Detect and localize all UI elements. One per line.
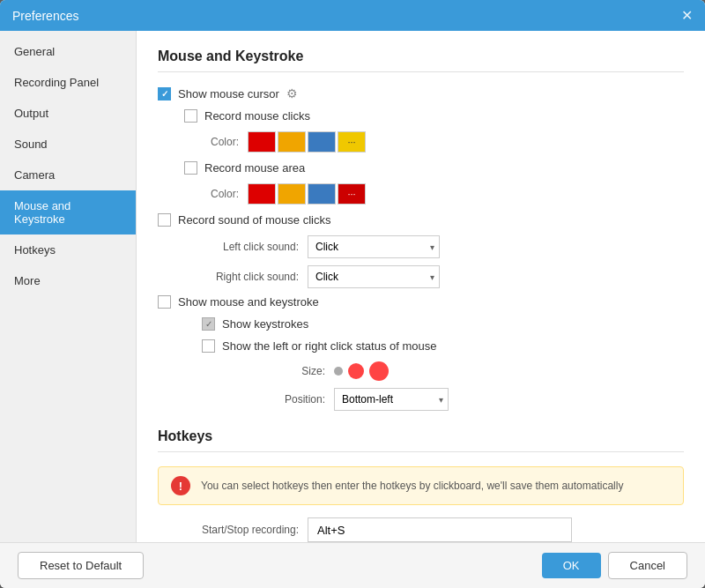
right-click-sound-label: Right click sound:: [184, 271, 299, 283]
left-click-sound-select[interactable]: Click: [308, 235, 440, 258]
sidebar-item-camera[interactable]: Camera: [0, 160, 136, 190]
color-row-2: Color: ···: [184, 183, 684, 205]
start-stop-label: Start/Stop recording:: [158, 524, 299, 536]
position-select[interactable]: Bottom-left: [334, 388, 449, 411]
record-mouse-area-label: Record mouse area: [204, 161, 305, 175]
record-sound-row: Record sound of mouse clicks: [158, 213, 684, 227]
position-row: Position: Bottom-left ▾: [211, 388, 684, 411]
record-sound-label: Record sound of mouse clicks: [178, 213, 330, 227]
info-text: You can select hotkeys then enter the ho…: [201, 480, 623, 492]
dialog-title: Preferences: [12, 9, 78, 23]
show-mouse-keystroke-checkbox[interactable]: [158, 295, 171, 309]
color-label-2: Color:: [211, 188, 239, 200]
show-left-right-click-label: Show the left or right click status of m…: [222, 339, 437, 353]
dialog-body: General Recording Panel Output Sound Cam…: [0, 31, 705, 542]
show-mouse-keystroke-label: Show mouse and keystroke: [178, 295, 319, 309]
show-mouse-keystroke-row: Show mouse and keystroke: [158, 295, 684, 309]
start-stop-input[interactable]: [308, 517, 572, 542]
record-sound-checkbox[interactable]: [158, 213, 171, 227]
right-click-sound-select[interactable]: Click: [308, 265, 440, 288]
color-row-1: Color: ···: [184, 131, 684, 153]
color-swatch-red-1[interactable]: [248, 131, 276, 153]
show-left-right-click-row: Show the left or right click status of m…: [202, 339, 684, 353]
show-keystrokes-row: Show keystrokes: [202, 317, 684, 331]
sidebar-item-sound[interactable]: Sound: [0, 129, 136, 160]
size-small-button[interactable]: [334, 367, 343, 376]
show-left-right-click-checkbox[interactable]: [202, 339, 215, 353]
ok-button[interactable]: OK: [542, 553, 601, 578]
color-more-button-2[interactable]: ···: [338, 183, 366, 205]
position-label: Position:: [211, 393, 325, 406]
preferences-dialog: Preferences ✕ General Recording Panel Ou…: [0, 0, 705, 588]
left-click-sound-label: Left click sound:: [184, 241, 299, 253]
dialog-footer: Reset to Default OK Cancel: [0, 542, 705, 588]
cancel-button[interactable]: Cancel: [608, 552, 687, 579]
show-keystrokes-checkbox[interactable]: [202, 317, 215, 331]
mouse-keystroke-title: Mouse and Keystroke: [158, 48, 684, 72]
hotkeys-title: Hotkeys: [158, 428, 684, 452]
size-large-button[interactable]: [369, 361, 389, 381]
sidebar-item-mouse-keystroke[interactable]: Mouse and Keystroke: [0, 190, 136, 234]
color-swatch-orange-1[interactable]: [278, 131, 306, 153]
start-stop-row: Start/Stop recording:: [158, 517, 684, 542]
left-click-sound-row: Left click sound: Click ▾: [184, 235, 684, 258]
right-click-sound-row: Right click sound: Click ▾: [184, 265, 684, 288]
gear-icon[interactable]: ⚙: [286, 86, 298, 100]
color-label-1: Color:: [211, 136, 239, 148]
info-box: ! You can select hotkeys then enter the …: [158, 466, 684, 505]
show-keystrokes-label: Show keystrokes: [222, 317, 308, 331]
color-swatch-orange-2[interactable]: [278, 183, 306, 205]
size-label: Size:: [211, 365, 325, 377]
show-mouse-cursor-checkbox[interactable]: [158, 87, 171, 100]
sidebar-item-output[interactable]: Output: [0, 98, 136, 129]
close-icon[interactable]: ✕: [681, 7, 693, 24]
size-medium-button[interactable]: [348, 363, 364, 379]
position-wrapper: Bottom-left ▾: [334, 388, 449, 411]
show-mouse-cursor-row: Show mouse cursor ⚙: [158, 86, 684, 100]
footer-right: OK Cancel: [542, 552, 687, 579]
main-content: Mouse and Keystroke Show mouse cursor ⚙ …: [137, 31, 705, 542]
left-click-sound-wrapper: Click ▾: [308, 235, 440, 258]
right-click-sound-wrapper: Click ▾: [308, 265, 440, 288]
sidebar-item-more[interactable]: More: [0, 265, 136, 296]
record-mouse-area-checkbox[interactable]: [184, 161, 197, 175]
sidebar-item-hotkeys[interactable]: Hotkeys: [0, 234, 136, 265]
size-row: Size:: [211, 361, 684, 381]
title-bar: Preferences ✕: [0, 0, 705, 31]
record-mouse-clicks-checkbox[interactable]: [184, 109, 197, 123]
color-swatch-red-2[interactable]: [248, 183, 276, 205]
info-icon: !: [171, 476, 190, 495]
record-mouse-clicks-row: Record mouse clicks: [184, 109, 684, 123]
sidebar-item-recording-panel[interactable]: Recording Panel: [0, 67, 136, 98]
color-swatch-blue-1[interactable]: [308, 131, 336, 153]
reset-to-default-button[interactable]: Reset to Default: [18, 552, 144, 579]
color-more-button-1[interactable]: ···: [338, 131, 366, 153]
color-swatch-blue-2[interactable]: [308, 183, 336, 205]
sidebar-item-general[interactable]: General: [0, 36, 136, 67]
show-mouse-cursor-label: Show mouse cursor: [178, 87, 279, 100]
record-mouse-clicks-label: Record mouse clicks: [204, 109, 310, 123]
record-mouse-area-row: Record mouse area: [184, 161, 684, 175]
sidebar: General Recording Panel Output Sound Cam…: [0, 31, 137, 542]
hotkeys-section: Hotkeys ! You can select hotkeys then en…: [158, 428, 684, 542]
